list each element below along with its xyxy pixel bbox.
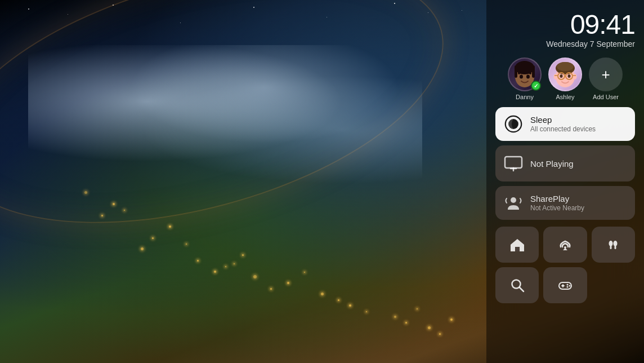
svg-rect-6: [529, 64, 531, 74]
clock: 09:41: [495, 11, 635, 38]
svg-rect-5: [526, 64, 528, 73]
gamecontroller-icon: [557, 277, 573, 293]
svg-rect-3: [518, 64, 520, 74]
airplay-icon: [557, 237, 573, 253]
clouds-layer: [28, 45, 422, 186]
svg-point-40: [566, 284, 568, 286]
svg-rect-2: [515, 65, 517, 78]
ashley-avatar-container: [548, 57, 582, 91]
control-panel: 09:41 Wednesday 7 September: [486, 0, 644, 363]
now-playing-card[interactable]: Not Playing: [495, 145, 635, 182]
svg-point-27: [511, 197, 516, 203]
ashley-avatar: [548, 57, 582, 91]
sleep-card[interactable]: Sleep All connected devices: [495, 107, 635, 141]
ashley-label: Ashley: [556, 94, 574, 100]
danny-active-badge: ✓: [531, 81, 541, 91]
shareplay-text-group: SharePlay Not Active Nearby: [530, 194, 584, 212]
airpods-button[interactable]: [592, 227, 635, 263]
now-playing-title: Not Playing: [530, 159, 574, 169]
user-ashley[interactable]: Ashley: [548, 57, 582, 100]
airpods-icon: [605, 237, 621, 253]
svg-point-14: [573, 74, 577, 79]
shareplay-icon-container: [503, 193, 524, 213]
svg-point-31: [609, 241, 613, 246]
svg-rect-28: [516, 247, 519, 251]
tv-icon-container: [503, 153, 524, 174]
airplay-button[interactable]: [543, 227, 587, 263]
svg-point-8: [520, 75, 523, 79]
sleep-title: Sleep: [530, 115, 596, 125]
shareplay-icon: [503, 193, 524, 213]
svg-point-12: [557, 62, 574, 71]
svg-point-41: [569, 285, 570, 287]
search-button[interactable]: [495, 267, 539, 303]
add-user-label: Add User: [593, 94, 619, 100]
add-user-item[interactable]: + Add User: [589, 57, 623, 100]
svg-point-33: [614, 241, 618, 246]
svg-point-20: [560, 74, 563, 78]
danny-label: Danny: [516, 94, 534, 100]
users-row: ✓ Danny: [495, 57, 635, 100]
svg-marker-30: [563, 248, 567, 250]
home-button[interactable]: [495, 227, 539, 263]
svg-point-13: [554, 74, 558, 79]
search-icon: [509, 277, 525, 293]
shareplay-card[interactable]: SharePlay Not Active Nearby: [495, 186, 635, 220]
shareplay-title: SharePlay: [530, 194, 584, 203]
user-danny[interactable]: ✓ Danny: [508, 57, 542, 100]
danny-avatar-container: ✓: [508, 57, 542, 91]
plus-icon: +: [601, 66, 610, 83]
icon-grid-row2: [495, 267, 635, 303]
sleep-icon: [504, 115, 522, 133]
add-user-button[interactable]: +: [589, 57, 623, 91]
now-playing-text-group: Not Playing: [530, 159, 574, 169]
sleep-icon-container: [503, 114, 524, 134]
shareplay-subtitle: Not Active Nearby: [530, 204, 584, 212]
gamecontroller-button[interactable]: [543, 267, 587, 303]
svg-rect-4: [521, 64, 524, 73]
svg-point-42: [566, 286, 568, 288]
sleep-subtitle: All connected devices: [530, 125, 596, 133]
svg-rect-32: [610, 246, 612, 249]
ashley-memoji-svg: [549, 59, 581, 90]
home-icon: [509, 237, 525, 253]
date: Wednesday 7 September: [495, 39, 635, 48]
time-section: 09:41 Wednesday 7 September: [495, 11, 635, 48]
svg-rect-24: [505, 157, 522, 168]
svg-point-21: [568, 74, 571, 78]
svg-line-36: [520, 287, 524, 291]
sleep-text-group: Sleep All connected devices: [530, 115, 596, 133]
tv-icon: [504, 156, 523, 171]
svg-rect-7: [532, 65, 535, 78]
svg-rect-34: [615, 246, 616, 249]
svg-point-9: [526, 75, 530, 79]
icon-grid-row1: [495, 227, 635, 263]
